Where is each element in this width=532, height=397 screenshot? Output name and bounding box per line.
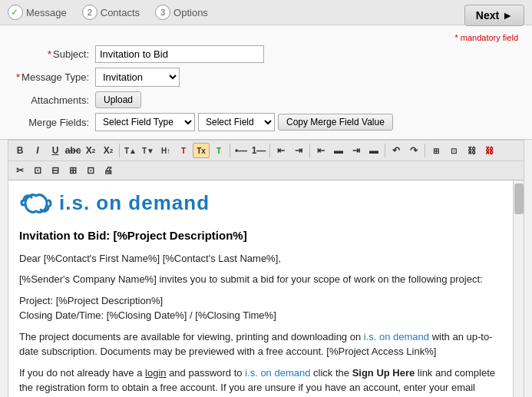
subject-label: *Subject: (11, 48, 95, 60)
toolbar-row-1: B I U abc X2 X2 T▲ T▼ H↑ T Tx T •— 1— ⇤ … (8, 141, 524, 161)
merge-fields-label: Merge Fields: (11, 117, 95, 128)
documents-para: The project documents are available for … (19, 329, 502, 359)
step-3-num: 3 (155, 5, 170, 20)
brand-logo: i.s. on demand (19, 188, 502, 218)
indent-button[interactable]: ⇥ (290, 143, 307, 158)
paste-button[interactable]: ⊟ (47, 163, 64, 178)
signup-bold: Sign Up Here (352, 367, 415, 379)
intro-para: [%Sender's Company Name%] invites you to… (19, 272, 502, 287)
separator-2 (230, 144, 230, 157)
upload-button[interactable]: Upload (95, 91, 141, 108)
top-nav: ✓ Message 2 Contacts 3 Options Next ► (0, 0, 532, 25)
chevron-right-icon: ► (502, 9, 513, 22)
align-justify-button[interactable]: ▬ (365, 143, 382, 158)
message-type-row: *Message Type: Invitation (11, 68, 521, 87)
ordered-list-button[interactable]: 1— (250, 143, 267, 158)
text-color-button[interactable]: Tx (193, 143, 210, 158)
undo-button[interactable]: ↶ (388, 143, 405, 158)
print-button[interactable]: 🖨 (100, 163, 117, 178)
step-3-label: Options (173, 7, 208, 18)
font-size-down-button[interactable]: T▼ (140, 143, 157, 158)
table-button[interactable]: ⊞ (428, 143, 444, 158)
step-1-label: Message (26, 7, 67, 18)
align-left-button[interactable]: ⇤ (312, 143, 329, 158)
attachments-label: Attachments: (11, 94, 95, 106)
superscript-button[interactable]: X2 (100, 143, 117, 158)
merge-fields-row: Merge Fields: Select Field Type Select F… (11, 113, 521, 131)
unordered-list-button[interactable]: •— (233, 143, 249, 158)
mandatory-note: * mandatory field (11, 33, 521, 42)
separator-4 (309, 144, 310, 157)
editor-content-wrapper: i.s. on demand Invitation to Bid: [%Proj… (8, 180, 524, 397)
message-type-label: *Message Type: (11, 71, 95, 83)
copy-button[interactable]: ⊡ (29, 163, 46, 178)
separator-3 (269, 144, 270, 157)
step-2: 2 Contacts (82, 5, 140, 20)
greeting-para: Dear [%Contact's First Name%] [%Contact'… (19, 251, 502, 266)
toolbar-row-2: ✂ ⊡ ⊟ ⊞ ⊡ 🖨 (8, 161, 524, 180)
next-button[interactable]: Next ► (464, 5, 524, 26)
brand-icon (19, 190, 53, 217)
field-type-select[interactable]: Select Field Type (95, 113, 195, 131)
italic-button[interactable]: I (29, 143, 46, 158)
step-3: 3 Options (155, 5, 208, 20)
step-1-num: ✓ (8, 5, 23, 20)
cut-button[interactable]: ✂ (12, 163, 28, 178)
outdent-button[interactable]: ⇤ (273, 143, 289, 158)
paste-text-button[interactable]: ⊞ (64, 163, 81, 178)
step-2-label: Contacts (101, 7, 140, 18)
highlight-button[interactable]: T (210, 143, 227, 158)
subscript-button[interactable]: X2 (82, 143, 99, 158)
step-1: ✓ Message (8, 5, 67, 20)
scrollbar-thumb (514, 184, 524, 214)
bold-button[interactable]: B (12, 143, 28, 158)
format-button[interactable]: T (175, 143, 192, 158)
brand-link-1[interactable]: i.s. on demand (364, 331, 429, 342)
subject-input[interactable] (95, 45, 264, 63)
editor-wrapper: B I U abc X2 X2 T▲ T▼ H↑ T Tx T •— 1— ⇤ … (8, 140, 524, 397)
separator-1 (119, 144, 120, 157)
attachments-row: Attachments: Upload (11, 91, 521, 108)
email-heading: Invitation to Bid: [%Project Description… (19, 227, 502, 245)
align-right-button[interactable]: ⇥ (348, 143, 365, 158)
project-details-para: Project: [%Project Description%] Closing… (19, 293, 502, 323)
redo-button[interactable]: ↷ (405, 143, 422, 158)
font-size-up-button[interactable]: T▲ (122, 143, 139, 158)
editor-content[interactable]: i.s. on demand Invitation to Bid: [%Proj… (8, 180, 513, 397)
login-link[interactable]: login (145, 367, 166, 379)
align-center-button[interactable]: ▬ (330, 143, 347, 158)
unlink-button[interactable]: ⛓ (481, 143, 497, 158)
subject-row: *Subject: (11, 45, 521, 63)
signup-para: If you do not already have a login and p… (19, 366, 502, 398)
strikethrough-button[interactable]: abc (64, 143, 81, 158)
form-area: * mandatory field *Subject: *Message Typ… (0, 25, 532, 140)
scrollbar[interactable] (513, 180, 524, 397)
separator-6 (425, 144, 425, 157)
underline-button[interactable]: U (47, 143, 64, 158)
brand-link-2[interactable]: i.s. on demand (245, 367, 310, 379)
step-2-num: 2 (82, 5, 97, 20)
brand-name: i.s. on demand (59, 188, 210, 218)
copy-merge-button[interactable]: Copy Merge Field Value (278, 114, 393, 131)
message-type-select[interactable]: Invitation (95, 68, 180, 87)
insert-button[interactable]: ⊡ (445, 143, 462, 158)
paste-word-button[interactable]: ⊡ (82, 163, 99, 178)
separator-5 (385, 144, 385, 157)
field-select[interactable]: Select Field (198, 113, 275, 131)
heading-button[interactable]: H↑ (157, 143, 174, 158)
link-button[interactable]: ⛓ (463, 143, 480, 158)
